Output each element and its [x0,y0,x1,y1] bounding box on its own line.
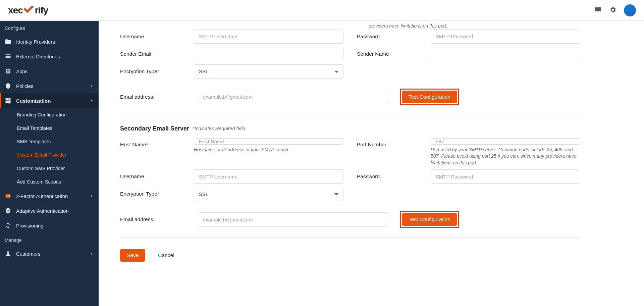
sidebar-item-adaptive-auth[interactable]: Adaptive Authentication [0,203,99,218]
test-config-highlight-1: Test Configuration [400,89,459,105]
sidebar-item-identity-providers[interactable]: Identity Providers [0,34,99,49]
sidebar-label: Apps [16,68,28,74]
smtp-username-input-2[interactable] [194,169,343,184]
sidebar-item-2fa[interactable]: 123 2-Factor Authentication [0,189,99,203]
sidebar: Configure Identity Providers External Di… [0,21,99,306]
test-email-input-1[interactable] [198,90,389,104]
host-help: Hostname or IP address of your SMTP serv… [194,147,343,153]
save-button[interactable]: Save [120,249,145,262]
label-email-address-2: Email address: [120,216,187,222]
smtp-username-input[interactable] [194,30,343,44]
sidebar-label: Policies [16,83,34,89]
sidebar-section-manage: Manage [0,233,99,246]
divider-2 [120,237,580,238]
port-help: Port used by your SMTP server. Common po… [431,147,580,166]
sidebar-sub-branding[interactable]: Branding Configuration [0,108,99,121]
label-username-2: Username [120,173,187,180]
sidebar-label: Adaptive Authentication [16,208,69,214]
label-encryption-type: Encryption Type* [120,68,187,74]
secondary-email-server-heading: Secondary Email Server *Indicates Requir… [120,125,580,132]
smtp-password-input[interactable] [431,30,580,44]
sidebar-submenu-customization: Branding Configuration Email Templates S… [0,108,99,189]
sidebar-item-provisioning[interactable]: Provisioning [0,218,99,233]
sidebar-item-external-directories[interactable]: External Directories [0,49,99,64]
sidebar-sub-sms-templates[interactable]: SMS Templates [0,135,99,148]
logo-check-icon [24,5,34,16]
sender-email-input[interactable] [194,47,343,61]
port-number-input[interactable] [431,138,580,145]
label-host-name: Host Name* [120,138,187,148]
label-email-address: Email address: [120,94,187,100]
divider [120,115,580,115]
sidebar-section-configure: Configure [0,21,99,34]
test-email-input-2[interactable] [198,212,389,226]
label-password: Password [357,34,424,40]
sidebar-item-apps[interactable]: Apps [0,64,99,79]
sidebar-sub-custom-scopes[interactable]: Add Custom Scopes [0,175,99,189]
sidebar-label: Customers [16,251,41,257]
label-password-2: Password [357,173,424,180]
sidebar-label: Identity Providers [16,39,55,45]
label-port-number: Port Number [357,138,424,148]
sidebar-label: Customization [16,98,51,104]
encryption-type-select-2[interactable]: SSL [194,187,343,201]
encryption-type-select[interactable]: SSL [194,64,343,79]
sidebar-label: External Directories [16,54,60,59]
label-sender-name: Sender Name [357,51,424,57]
app-header: xec rify [0,0,644,21]
chevron-right-icon [89,251,94,256]
host-name-input[interactable] [194,138,343,145]
label-sender-email: Sender Email [120,51,187,57]
sender-name-input[interactable] [431,47,580,61]
user-avatar[interactable] [624,4,636,16]
guide-icon[interactable] [594,6,602,15]
test-config-highlight-2: Test Configuration [400,211,459,228]
sidebar-sub-email-templates[interactable]: Email Templates [0,121,99,135]
label-encryption-type-2: Encryption Type* [120,191,187,197]
chevron-right-icon [89,194,94,198]
sidebar-item-customers[interactable]: Customers [0,246,99,261]
sidebar-label: 2-Factor Authentication [16,193,68,199]
brand-logo: xec rify [8,5,48,16]
svg-text:123: 123 [6,195,10,197]
sidebar-label: Provisioning [16,223,44,228]
port-help-partial: providers have limitations on this port. [369,21,580,30]
sidebar-item-customization[interactable]: Customization [0,93,99,108]
chevron-down-icon [89,98,94,103]
smtp-password-input-2[interactable] [431,169,580,184]
main-content: providers have limitations on this port.… [99,21,644,306]
sidebar-sub-custom-email[interactable]: Custom Email Provider [0,148,99,162]
chevron-right-icon [89,84,94,88]
test-configuration-button-2[interactable]: Test Configuration [402,213,457,226]
sidebar-sub-custom-sms[interactable]: Custom SMS Provider [0,162,99,175]
cancel-button[interactable]: Cancel [151,249,181,262]
gear-icon[interactable] [609,6,616,15]
sidebar-item-policies[interactable]: Policies [0,79,99,93]
required-hint: *Indicates Required field [193,126,245,131]
test-configuration-button-1[interactable]: Test Configuration [402,91,457,103]
label-username: Username [120,34,187,40]
